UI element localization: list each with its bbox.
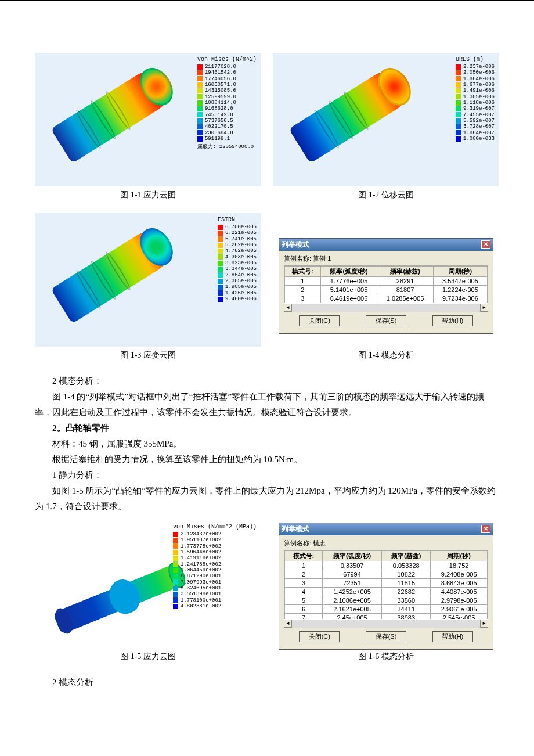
legend-entry: 1.426e-005 xyxy=(218,290,257,296)
legend-entry: 3.823e-005 xyxy=(218,260,257,266)
close-icon[interactable]: ✕ xyxy=(481,240,490,249)
table-row[interactable]: 72.45e+005389832.545e-005 xyxy=(285,613,488,620)
legend-entry: 591199.1 xyxy=(197,136,257,142)
table-row[interactable]: 52.1086e+005335602.9798e-005 xyxy=(285,596,488,604)
figure-caption: 图 1-3 应变云图 xyxy=(35,350,261,361)
table-cell: 1 xyxy=(285,276,321,285)
table-header: 频率(弧度/秒) xyxy=(322,550,381,561)
save-button[interactable]: 保存(S) xyxy=(366,631,406,642)
table-row[interactable]: 267994108229.2408e-005 xyxy=(285,570,488,578)
legend-entry: 3.344e-005 xyxy=(218,266,257,272)
table-cell: 1.4252e+005 xyxy=(322,587,381,596)
table-row[interactable]: 25.1401e+005818071.2224e-005 xyxy=(285,285,488,294)
legend-value: 1.677e-006 xyxy=(463,82,495,88)
legend-swatch xyxy=(456,130,461,135)
scroll-left-icon[interactable]: ◄ xyxy=(284,620,292,628)
table-row[interactable]: 372351115158.6843e-005 xyxy=(285,578,488,587)
legend-value: 2.128437e+002 xyxy=(181,531,221,537)
save-button[interactable]: 保存(S) xyxy=(366,315,406,326)
table-cell: 4.4087e-005 xyxy=(431,587,488,596)
table-row[interactable]: 41.4252e+005226824.4087e-005 xyxy=(285,587,488,596)
legend-swatch xyxy=(456,76,461,81)
case-label: 算例名称: xyxy=(284,255,311,262)
legend-swatch xyxy=(218,279,223,284)
legend-entry: 2.128437e+002 xyxy=(173,531,257,537)
table-cell: 9.2408e-005 xyxy=(431,570,488,578)
legend-title: von Mises (N/mm^2 (MPa)) xyxy=(173,524,257,530)
table-cell: 2.9061e-005 xyxy=(431,604,488,613)
table-cell: 2.1621e+005 xyxy=(322,604,381,613)
table-row[interactable]: 11.7776e+005282913.5347e-005 xyxy=(285,276,488,285)
legend-swatch xyxy=(197,130,203,135)
legend-value: 7453142.0 xyxy=(205,112,233,118)
legend-swatch xyxy=(218,285,223,290)
legend-value: 5737656.5 xyxy=(205,118,233,124)
legend-swatch xyxy=(218,243,223,248)
scrollbar-horizontal[interactable]: ◄ ► xyxy=(284,620,488,628)
legend-value: 4022170.5 xyxy=(205,124,233,129)
legend-entry: 7.097993e+001 xyxy=(173,579,257,585)
modes-table-wrap: 模式号:频率(弧度/秒)频率(赫兹)周期(秒)10.335070.0533281… xyxy=(284,550,488,620)
legend-scale: 6.700e-0056.221e-0055.741e-0055.262e-005… xyxy=(218,224,257,302)
legend-entry: 9168628.0 xyxy=(197,106,257,111)
legend-value: 12599599.0 xyxy=(205,94,236,100)
section-heading: 2 模态分析： xyxy=(35,373,499,389)
close-button[interactable]: 关闭(C) xyxy=(299,631,340,642)
close-icon[interactable]: ✕ xyxy=(481,525,490,533)
legend-entry: 1.241788e+002 xyxy=(173,561,257,567)
help-button[interactable]: 帮助(H) xyxy=(432,315,473,326)
legend-entry: 1.491e-006 xyxy=(456,88,495,93)
legend-swatch xyxy=(218,254,223,260)
legend-entry: 1.000e-033 xyxy=(456,136,495,142)
table-cell: 1 xyxy=(285,561,323,570)
legend-value: 19461542.0 xyxy=(205,70,236,75)
legend-entry: 2306684.8 xyxy=(197,130,257,136)
legend-yield: 屈服力: 220594000.0 xyxy=(197,143,257,150)
table-cell: 6.4619e+005 xyxy=(320,294,377,303)
table-row[interactable]: 62.1621e+005344112.9061e-005 xyxy=(285,604,488,613)
help-button[interactable]: 帮助(H) xyxy=(432,631,473,642)
legend-entry: 1.305e-006 xyxy=(456,94,495,100)
legend-value: 9.319e-007 xyxy=(463,106,495,111)
legend-swatch xyxy=(218,225,223,230)
legend-value: 1.951107e+002 xyxy=(181,537,221,543)
table-cell: 38983 xyxy=(382,613,431,620)
legend-value: 7.455e-007 xyxy=(463,112,495,118)
table-row[interactable]: 36.4619e+0051.0285e+0059.7234e-006 xyxy=(285,294,488,303)
scroll-right-icon[interactable]: ► xyxy=(480,620,488,628)
table-cell: 4 xyxy=(285,587,323,596)
case-name-row: 算例名称: 模态 xyxy=(284,539,488,548)
legend-entry: 10884114.0 xyxy=(197,100,257,106)
scrollbar-horizontal[interactable]: ◄ ► xyxy=(284,304,488,312)
legend-value: 1.426e-005 xyxy=(225,290,257,296)
legend-value: 2306684.8 xyxy=(205,130,233,136)
table-cell: 22682 xyxy=(382,587,431,596)
legend-swatch xyxy=(218,272,223,278)
legend-value: 3.823e-005 xyxy=(225,260,257,266)
legend-title: von Mises (N/m^2) xyxy=(197,56,257,63)
legend-swatch xyxy=(456,94,461,99)
legend-entry: 5737656.5 xyxy=(197,118,257,124)
table-header: 周期(秒) xyxy=(433,266,487,276)
scroll-left-icon[interactable]: ◄ xyxy=(284,304,292,312)
legend-entry: 5.262e-005 xyxy=(218,242,257,248)
legend-swatch xyxy=(456,64,461,70)
table-row[interactable]: 10.335070.05332818.752 xyxy=(285,561,488,570)
legend-value: 1.241788e+002 xyxy=(181,561,221,567)
scroll-right-icon[interactable]: ► xyxy=(480,304,488,312)
legend-value: 4.802881e-002 xyxy=(181,603,221,609)
table-cell: 9.7234e-006 xyxy=(433,294,487,303)
table-header: 模式号: xyxy=(285,550,323,561)
close-button[interactable]: 关闭(C) xyxy=(299,315,340,326)
fea-plot-displacement: URES (m) 2.237e-0062.050e-0061.864e-0061… xyxy=(273,53,499,186)
legend-entry: 16030571.0 xyxy=(197,82,257,88)
legend-swatch xyxy=(197,70,203,75)
legend-entry: 12599599.0 xyxy=(197,94,257,100)
legend-swatch xyxy=(218,236,223,242)
legend-value: 1.064459e+002 xyxy=(181,567,221,573)
legend-entry: 4.802881e-002 xyxy=(173,603,257,609)
legend-value: 8.871290e+001 xyxy=(181,573,221,579)
legend-value: 1.000e-033 xyxy=(463,136,495,142)
table-cell: 33560 xyxy=(382,596,431,604)
legend-entry: 1.864e-007 xyxy=(456,130,495,136)
